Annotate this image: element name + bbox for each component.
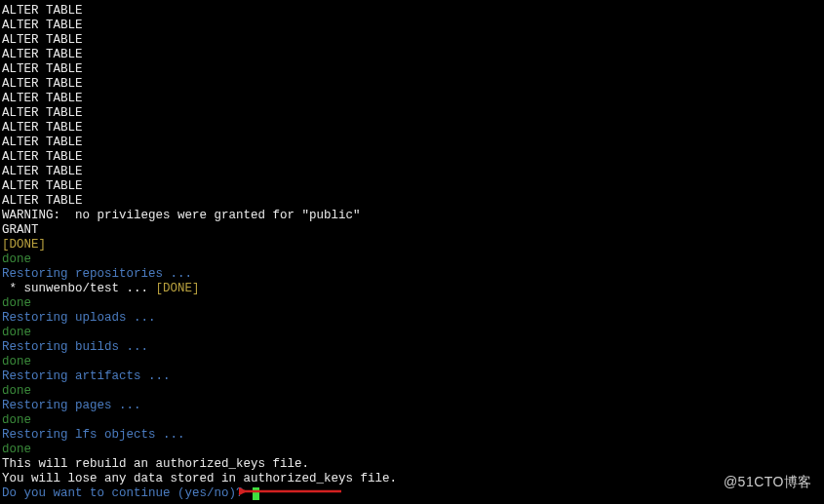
terminal-text: GRANT xyxy=(2,223,39,237)
terminal-text: ALTER TABLE xyxy=(2,48,83,61)
terminal-text: ALTER TABLE xyxy=(2,179,83,193)
terminal-line: ALTER TABLE xyxy=(2,165,822,179)
terminal-line: ALTER TABLE xyxy=(2,19,822,33)
terminal-text: ALTER TABLE xyxy=(2,136,83,149)
terminal-line: ALTER TABLE xyxy=(2,48,822,62)
terminal-line: ALTER TABLE xyxy=(2,121,822,136)
terminal-line: ALTER TABLE xyxy=(2,150,822,165)
terminal-line: [DONE] xyxy=(2,238,822,252)
terminal-text: Restoring repositories ... xyxy=(2,267,192,281)
terminal-line: * sunwenbo/test ... [DONE] xyxy=(2,282,822,296)
terminal-line: Restoring pages ... xyxy=(2,399,822,413)
terminal-line: ALTER TABLE xyxy=(2,77,822,92)
terminal-line: done xyxy=(2,413,822,428)
terminal-output[interactable]: ALTER TABLEALTER TABLEALTER TABLEALTER T… xyxy=(0,0,824,504)
terminal-line: Restoring artifacts ... xyxy=(2,369,822,384)
terminal-line: done xyxy=(2,355,822,369)
terminal-text: done xyxy=(2,443,31,456)
terminal-line: ALTER TABLE xyxy=(2,92,822,106)
terminal-text: WARNING: no privileges were granted for … xyxy=(2,209,361,222)
terminal-line: done xyxy=(2,252,822,267)
terminal-line: done xyxy=(2,296,822,311)
terminal-text: Restoring pages ... xyxy=(2,399,141,412)
terminal-text-segment: Do you want to continue (yes/no)? xyxy=(2,486,251,500)
terminal-text: Restoring artifacts ... xyxy=(2,369,171,383)
terminal-text: ALTER TABLE xyxy=(2,33,83,47)
terminal-text: done xyxy=(2,326,31,339)
terminal-line: GRANT xyxy=(2,223,822,238)
terminal-text: done xyxy=(2,413,31,427)
terminal-text: ALTER TABLE xyxy=(2,19,83,32)
terminal-text: done xyxy=(2,296,31,310)
terminal-line: ALTER TABLE xyxy=(2,4,822,19)
terminal-text: ALTER TABLE xyxy=(2,4,83,18)
terminal-text: ALTER TABLE xyxy=(2,92,83,105)
terminal-line: ALTER TABLE xyxy=(2,106,822,121)
watermark: @51CTO博客 xyxy=(724,475,812,489)
terminal-line: Do you want to continue (yes/no)? xyxy=(2,486,822,501)
terminal-text: ALTER TABLE xyxy=(2,150,83,164)
terminal-line: Restoring builds ... xyxy=(2,340,822,355)
terminal-line: done xyxy=(2,443,822,457)
terminal-text: ALTER TABLE xyxy=(2,165,83,178)
terminal-text: ALTER TABLE xyxy=(2,77,83,91)
terminal-line: You will lose any data stored in authori… xyxy=(2,472,822,486)
terminal-text: done xyxy=(2,384,31,398)
terminal-text: ALTER TABLE xyxy=(2,121,83,135)
terminal-text: done xyxy=(2,355,31,368)
terminal-line: ALTER TABLE xyxy=(2,62,822,77)
terminal-line: Restoring lfs objects ... xyxy=(2,428,822,443)
terminal-text: ALTER TABLE xyxy=(2,106,83,120)
terminal-text: You will lose any data stored in authori… xyxy=(2,472,397,485)
terminal-line: Restoring repositories ... xyxy=(2,267,822,282)
terminal-line: Restoring uploads ... xyxy=(2,311,822,326)
terminal-text: done xyxy=(2,252,31,266)
terminal-text: ALTER TABLE xyxy=(2,62,83,76)
terminal-text: Restoring uploads ... xyxy=(2,311,156,325)
terminal-line: ALTER TABLE xyxy=(2,136,822,150)
terminal-text: [DONE] xyxy=(2,238,46,252)
terminal-line: WARNING: no privileges were granted for … xyxy=(2,209,822,223)
terminal-text: Restoring lfs objects ... xyxy=(2,428,185,442)
cursor xyxy=(253,487,259,500)
terminal-line: This will rebuild an authorized_keys fil… xyxy=(2,457,822,472)
terminal-text-segment: * sunwenbo/test ... xyxy=(2,282,156,295)
terminal-line: ALTER TABLE xyxy=(2,194,822,209)
terminal-text: ALTER TABLE xyxy=(2,194,83,208)
terminal-line: ALTER TABLE xyxy=(2,179,822,194)
terminal-text: This will rebuild an authorized_keys fil… xyxy=(2,457,309,471)
terminal-text-segment: [DONE] xyxy=(156,282,200,295)
terminal-line: ALTER TABLE xyxy=(2,33,822,48)
terminal-text: Restoring builds ... xyxy=(2,340,148,354)
terminal-line: done xyxy=(2,384,822,399)
terminal-line: done xyxy=(2,326,822,340)
